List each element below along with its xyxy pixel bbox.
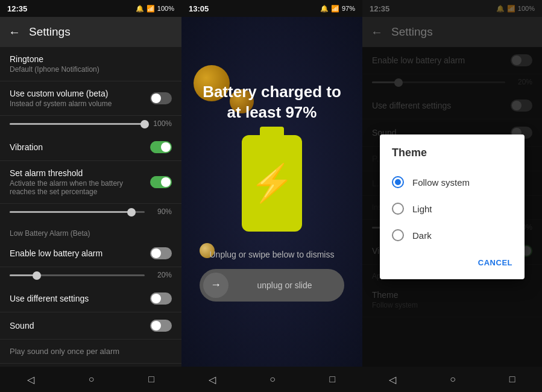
radio-dark-label: Dark bbox=[412, 230, 432, 241]
setting-sound: Sound bbox=[0, 312, 181, 340]
radio-dark-circle bbox=[392, 229, 404, 241]
recents-nav-btn-2[interactable]: □ bbox=[330, 374, 336, 385]
dialog-cancel-button[interactable]: CANCEL bbox=[473, 253, 517, 272]
recents-nav-btn-3[interactable]: □ bbox=[509, 374, 515, 385]
home-nav-btn-3[interactable]: ○ bbox=[450, 374, 456, 385]
custom-volume-label: Use custom volume (beta) bbox=[10, 89, 112, 98]
status-bar-1: 12:35 🔔 📶 100% bbox=[0, 0, 181, 17]
wifi-icon-3: 📶 bbox=[507, 5, 515, 13]
volume-slider-track[interactable] bbox=[10, 123, 145, 125]
low-battery-slider-value: 20% bbox=[151, 271, 172, 279]
setting-vibration: Vibration bbox=[0, 134, 181, 161]
setting-enable-low-battery: Enable low battery alarm bbox=[0, 240, 181, 267]
bell-icon-3: 🔔 bbox=[496, 5, 505, 13]
back-nav-btn-2[interactable]: ◁ bbox=[209, 374, 216, 385]
volume-slider-value: 100% bbox=[151, 119, 172, 128]
setting-ringtone[interactable]: Ringtone Default (Iphone Notification) bbox=[0, 47, 181, 81]
low-battery-slider-track[interactable] bbox=[10, 274, 145, 276]
setting-custom-volume: Use custom volume (beta) Instead of syst… bbox=[0, 81, 181, 116]
toolbar-1: ← Settings bbox=[0, 17, 181, 47]
threshold-slider-track[interactable] bbox=[10, 211, 145, 213]
dialog-actions: CANCEL bbox=[380, 248, 525, 274]
ringtone-label: Ringtone bbox=[10, 54, 172, 64]
alarm-threshold-toggle[interactable] bbox=[150, 176, 172, 188]
time-2: 13:05 bbox=[189, 4, 209, 13]
nav-bar-2: ◁ ○ □ bbox=[181, 367, 362, 392]
time-3: 12:35 bbox=[370, 4, 389, 13]
back-nav-btn-1[interactable]: ◁ bbox=[27, 374, 34, 385]
play-once-label: Play sound only once per alarm bbox=[10, 347, 172, 356]
dismiss-text: Unplug or swipe below to dismiss bbox=[210, 250, 335, 259]
home-nav-btn-1[interactable]: ○ bbox=[89, 374, 95, 385]
alarm-threshold-text: Set alarm threshold Activate the alarm w… bbox=[10, 168, 144, 196]
back-nav-btn-3[interactable]: ◁ bbox=[389, 374, 396, 385]
lightning-icon: ⚡ bbox=[250, 162, 295, 204]
custom-volume-sublabel: Instead of system alarm volume bbox=[10, 100, 112, 108]
battery-notification-bg: Battery charged to at least 97% ⚡ Unplug… bbox=[181, 17, 362, 367]
battery-text-1: 100% bbox=[157, 5, 174, 12]
theme-dialog: Theme Follow system Light Dark bbox=[380, 134, 525, 279]
page-title-1: Settings bbox=[29, 25, 71, 39]
custom-volume-toggle[interactable] bbox=[150, 92, 172, 104]
radio-light[interactable]: Light bbox=[380, 195, 525, 222]
volume-slider-row: 100% bbox=[0, 116, 181, 134]
bell-icon-2: 🔔 bbox=[320, 5, 329, 13]
battery-text-3: 100% bbox=[518, 5, 535, 12]
panel-battery-notification: 13:05 🔔 📶 97% Battery charged to at leas… bbox=[181, 0, 362, 392]
status-bar-3: 12:35 🔔 📶 100% bbox=[362, 0, 542, 17]
panel-settings-3: 12:35 🔔 📶 100% ← Settings Enable low bat… bbox=[362, 0, 542, 392]
status-icons-2: 🔔 📶 97% bbox=[320, 5, 355, 13]
use-different-label: Use different settings bbox=[10, 294, 89, 303]
battery-text-2: 97% bbox=[342, 5, 355, 12]
enable-low-battery-toggle[interactable] bbox=[150, 247, 172, 259]
dialog-title: Theme bbox=[380, 147, 525, 169]
alarm-threshold-label: Set alarm threshold bbox=[10, 168, 144, 178]
back-button-1[interactable]: ← bbox=[8, 25, 20, 39]
setting-alarm-threshold: Set alarm threshold Activate the alarm w… bbox=[0, 161, 181, 204]
recents-nav-btn-1[interactable]: □ bbox=[148, 374, 154, 385]
page-title-3: Settings bbox=[391, 25, 433, 39]
wifi-icon-2: 📶 bbox=[331, 5, 339, 13]
slide-arrow-icon: → bbox=[203, 273, 228, 298]
radio-follow-system[interactable]: Follow system bbox=[380, 169, 525, 195]
status-bar-2: 13:05 🔔 📶 97% bbox=[181, 0, 362, 17]
ringtone-sublabel: Default (Iphone Notification) bbox=[10, 65, 172, 74]
low-battery-slider-row: 20% bbox=[0, 267, 181, 285]
time-1: 12:35 bbox=[7, 4, 27, 13]
slide-to-dismiss-button[interactable]: → unplug or slide bbox=[200, 269, 344, 302]
radio-follow-system-label: Follow system bbox=[412, 177, 470, 188]
alarm-threshold-sublabel: Activate the alarm when the battery reac… bbox=[10, 179, 144, 196]
wifi-icon-1: 📶 bbox=[147, 5, 155, 13]
sound-label: Sound bbox=[10, 321, 34, 330]
settings-content-1: Ringtone Default (Iphone Notification) U… bbox=[0, 47, 181, 367]
bell-icon-1: 🔔 bbox=[136, 5, 144, 13]
vibration-toggle[interactable] bbox=[150, 141, 172, 153]
nav-bar-1: ◁ ○ □ bbox=[0, 367, 181, 392]
radio-dark[interactable]: Dark bbox=[380, 222, 525, 248]
radio-light-label: Light bbox=[412, 204, 432, 214]
status-icons-1: 🔔 📶 100% bbox=[136, 5, 174, 13]
battery-icon-large: ⚡ bbox=[242, 135, 302, 232]
enable-low-battery-label: Enable low battery alarm bbox=[10, 248, 102, 258]
use-different-toggle[interactable] bbox=[150, 292, 172, 305]
back-button-3: ← bbox=[371, 25, 383, 39]
toolbar-3: ← Settings bbox=[362, 17, 542, 47]
threshold-slider-value: 90% bbox=[151, 207, 172, 216]
custom-volume-text: Use custom volume (beta) Instead of syst… bbox=[10, 89, 112, 108]
home-nav-btn-2[interactable]: ○ bbox=[269, 374, 276, 385]
setting-play-once: Play sound only once per alarm bbox=[0, 340, 181, 364]
sound-toggle[interactable] bbox=[150, 320, 172, 332]
radio-follow-system-circle bbox=[392, 176, 404, 188]
setting-use-different: Use different settings bbox=[0, 285, 181, 312]
dialog-overlay: Theme Follow system Light Dark bbox=[362, 47, 542, 367]
radio-light-circle bbox=[392, 203, 404, 215]
notification-title: Battery charged to at least 97% bbox=[181, 82, 362, 123]
panel-settings-1: 12:35 🔔 📶 100% ← Settings Ringtone Defau… bbox=[0, 0, 181, 392]
nav-bar-3: ◁ ○ □ bbox=[362, 367, 542, 392]
status-icons-3: 🔔 📶 100% bbox=[496, 5, 535, 13]
vibration-label: Vibration bbox=[10, 142, 43, 152]
panel3-main: Enable low battery alarm 20% Use differe… bbox=[362, 47, 542, 367]
slide-label: unplug or slide bbox=[228, 280, 341, 290]
low-battery-header: Low Battery Alarm (Beta) bbox=[0, 222, 181, 240]
threshold-slider-row: 90% bbox=[0, 204, 181, 222]
